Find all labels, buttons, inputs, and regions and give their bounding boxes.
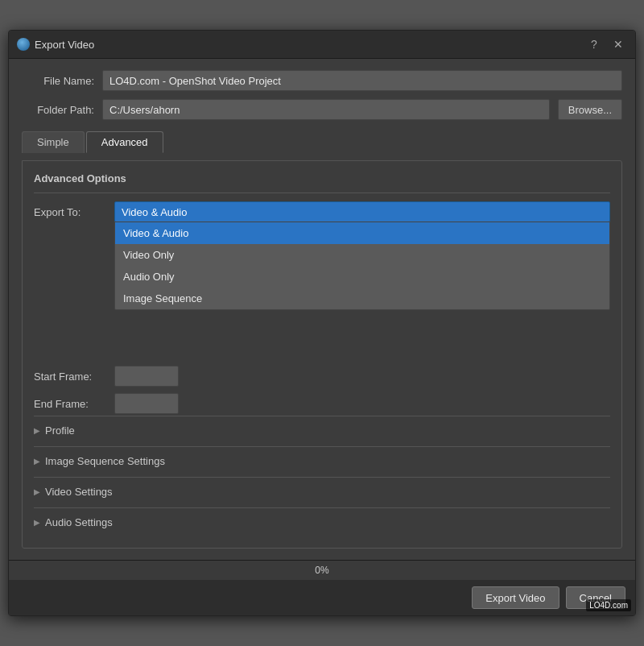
video-settings-header[interactable]: ▶ Video Settings <box>34 478 610 506</box>
export-to-label: Export To: <box>34 206 106 218</box>
advanced-options-header: Advanced Options <box>34 172 610 193</box>
progress-bar-container: 0% <box>9 561 635 580</box>
dropdown-item-video-only[interactable]: Video Only <box>115 244 609 266</box>
dropdown-item-audio-only[interactable]: Audio Only <box>115 266 609 288</box>
title-bar-controls: ? ✕ <box>585 35 627 53</box>
folderpath-row: Folder Path: Browse... <box>22 99 622 120</box>
help-button[interactable]: ? <box>585 35 603 53</box>
audio-settings-section: ▶ Audio Settings <box>34 507 610 536</box>
action-buttons: Export Video Cancel <box>9 580 635 615</box>
filename-input[interactable] <box>102 70 622 91</box>
video-settings-section: ▶ Video Settings <box>34 477 610 506</box>
start-frame-row: Start Frame: <box>34 366 610 387</box>
progress-label: 0% <box>315 565 328 576</box>
image-sequence-header[interactable]: ▶ Image Sequence Settings <box>34 447 610 475</box>
advanced-panel: Advanced Options Export To: Video & Audi… <box>22 160 622 549</box>
image-sequence-label: Image Sequence Settings <box>45 455 165 467</box>
folderpath-input[interactable] <box>102 99 550 120</box>
export-to-dropdown-list: Video & Audio Video Only Audio Only Imag… <box>114 222 610 310</box>
close-button[interactable]: ✕ <box>609 35 627 53</box>
export-to-row: Export To: Video & Audio Video & Audio V… <box>34 201 610 222</box>
title-bar: Export Video ? ✕ <box>9 31 635 59</box>
video-settings-chevron: ▶ <box>34 487 40 496</box>
tab-advanced[interactable]: Advanced <box>86 131 163 153</box>
video-settings-label: Video Settings <box>45 486 113 498</box>
audio-settings-chevron: ▶ <box>34 518 40 527</box>
export-video-button[interactable]: Export Video <box>472 586 559 609</box>
bottom-bar: 0% Export Video Cancel <box>9 560 635 615</box>
folderpath-label: Folder Path: <box>22 104 94 116</box>
watermark: LO4D.com <box>586 599 631 611</box>
start-frame-label: Start Frame: <box>34 371 106 383</box>
profile-chevron: ▶ <box>34 426 40 435</box>
export-video-dialog: Export Video ? ✕ File Name: Folder Path:… <box>8 30 636 616</box>
export-to-selected[interactable]: Video & Audio <box>114 201 610 222</box>
app-icon <box>17 38 30 51</box>
end-frame-input[interactable] <box>114 393 179 414</box>
end-frame-row: End Frame: <box>34 393 610 414</box>
filename-row: File Name: <box>22 70 622 91</box>
dropdown-item-image-sequence[interactable]: Image Sequence <box>115 288 609 309</box>
start-frame-input[interactable] <box>114 366 179 387</box>
dropdown-item-video-audio[interactable]: Video & Audio <box>115 222 609 244</box>
profile-section: ▶ Profile <box>34 416 610 445</box>
profile-header[interactable]: ▶ Profile <box>34 416 610 445</box>
audio-settings-header[interactable]: ▶ Audio Settings <box>34 508 610 536</box>
tabs-row: Simple Advanced <box>22 131 622 153</box>
filename-label: File Name: <box>22 75 94 87</box>
profile-label: Profile <box>45 424 75 437</box>
main-content: File Name: Folder Path: Browse... Simple… <box>9 59 635 560</box>
title-bar-left: Export Video <box>17 38 94 51</box>
export-to-dropdown-container: Video & Audio Video & Audio Video Only A… <box>114 201 610 222</box>
tab-simple[interactable]: Simple <box>22 131 85 153</box>
advanced-form: Export To: Video & Audio Video & Audio V… <box>34 201 610 414</box>
audio-settings-label: Audio Settings <box>45 516 113 528</box>
end-frame-label: End Frame: <box>34 398 106 410</box>
image-sequence-section: ▶ Image Sequence Settings <box>34 446 610 475</box>
dialog-title: Export Video <box>35 39 94 51</box>
browse-button[interactable]: Browse... <box>558 99 622 120</box>
image-sequence-chevron: ▶ <box>34 457 40 466</box>
